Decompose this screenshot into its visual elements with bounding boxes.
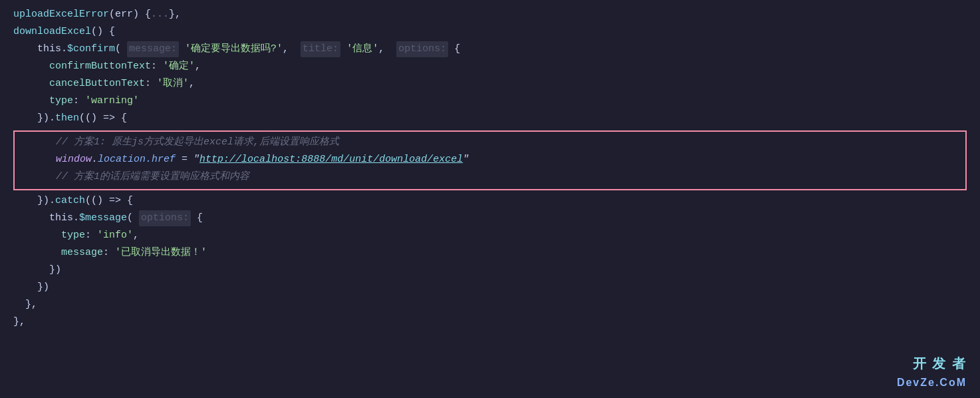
code-token: (err) { <box>109 7 151 23</box>
code-token: $confirm <box>67 41 115 57</box>
code-token: '确定要导出数据吗?' <box>185 41 283 57</box>
code-token: catch <box>55 193 85 209</box>
code-token: title: <box>301 41 340 57</box>
code-token: , <box>133 228 139 244</box>
code-token: type <box>49 93 73 109</box>
code-token: '取消' <box>157 76 189 92</box>
code-line-then: }).then(() => { <box>13 110 967 128</box>
code-token: ( <box>115 41 127 57</box>
code-token: : <box>145 76 157 92</box>
code-token: " <box>193 152 199 168</box>
code-token: , <box>189 76 195 92</box>
code-token <box>13 76 49 92</box>
watermark: 开 发 者 DevZe.CoM <box>897 353 967 391</box>
code-token: type <box>61 228 85 244</box>
code-line-location: window.location.href = "http://localhost… <box>20 152 960 169</box>
code-token <box>179 41 185 57</box>
code-line-confirm-btn: confirmButtonText: '确定', <box>13 59 967 76</box>
code-token: options: <box>396 41 448 57</box>
code-token: , <box>378 41 396 57</box>
code-token: : <box>103 245 115 261</box>
code-token: $message <box>79 210 127 226</box>
code-token: " <box>463 152 469 168</box>
watermark-line1: 开 发 者 <box>897 353 967 374</box>
code-token: , <box>195 59 201 75</box>
code-token: ( <box>127 210 139 226</box>
code-token: then <box>55 110 79 126</box>
code-token: }). <box>13 110 55 126</box>
code-token <box>20 152 56 168</box>
code-token: 'warning' <box>85 93 139 109</box>
code-token: , <box>283 41 301 57</box>
code-token: = <box>176 152 193 168</box>
code-line-catch: }).catch(() => { <box>13 193 967 210</box>
code-line-close-func: }, <box>13 297 967 314</box>
code-token: '信息' <box>346 41 378 57</box>
code-token: (() => { <box>79 110 127 126</box>
code-line-top: uploadExcelError(err) {...}, <box>13 7 967 24</box>
code-token: confirmButtonText <box>49 59 151 75</box>
code-token: message: <box>127 41 179 57</box>
code-line-message-text: message: '已取消导出数据！' <box>13 245 967 262</box>
code-line-message: this.$message( options: { <box>13 210 967 228</box>
code-line-comment2: // 方案1的话后端需要设置响应格式和内容 <box>20 169 960 186</box>
code-token <box>13 59 49 75</box>
code-token: cancelButtonText <box>49 76 145 92</box>
code-token: // 方案1的话后端需要设置响应格式和内容 <box>20 169 249 185</box>
code-token: . <box>92 152 98 168</box>
code-line-cancel-btn: cancelButtonText: '取消', <box>13 76 967 93</box>
code-line-func: downloadExcel() { <box>13 24 967 41</box>
code-editor: uploadExcelError(err) {...}, downloadExc… <box>0 0 980 338</box>
code-line-close-outer: }, <box>13 314 967 331</box>
watermark-line2: DevZe.CoM <box>897 374 967 391</box>
code-token: window <box>56 152 92 168</box>
code-line-close-message: }) <box>13 262 967 280</box>
code-line-type-warning: type: 'warning' <box>13 93 967 110</box>
code-token: // 方案1: 原生js方式发起导出excel请求,后端设置响应格式 <box>20 134 339 150</box>
code-token: }). <box>13 193 55 209</box>
code-token <box>340 41 346 57</box>
code-token <box>13 245 61 261</box>
code-token: }, <box>13 314 25 330</box>
code-line-comment1: // 方案1: 原生js方式发起导出excel请求,后端设置响应格式 <box>20 134 960 152</box>
code-token: : <box>73 93 85 109</box>
code-token: http://localhost:8888/md/unit/download/e… <box>199 152 463 168</box>
code-token: '已取消导出数据！' <box>115 245 207 261</box>
code-token: location.href <box>98 152 176 168</box>
code-line-confirm: this.$confirm( message: '确定要导出数据吗?', tit… <box>13 41 967 59</box>
code-token: { <box>191 210 203 226</box>
code-token: 'info' <box>97 228 133 244</box>
code-token: }, <box>13 297 37 313</box>
code-token: (() => { <box>85 193 133 209</box>
code-token: message <box>61 245 103 261</box>
code-line-close-catch: }) <box>13 280 967 297</box>
code-line-type-info: type: 'info', <box>13 228 967 245</box>
highlight-block: // 方案1: 原生js方式发起导出excel请求,后端设置响应格式 windo… <box>13 130 967 190</box>
code-token: : <box>85 228 97 244</box>
code-token: }) <box>13 262 61 278</box>
code-token <box>13 228 61 244</box>
code-token: ... <box>151 7 169 23</box>
code-token: }) <box>13 280 49 296</box>
code-token: uploadExcelError <box>13 7 109 23</box>
code-token: }, <box>169 7 181 23</box>
code-token: downloadExcel <box>13 24 91 40</box>
code-token <box>13 93 49 109</box>
code-token: { <box>448 41 460 57</box>
code-token: this. <box>13 210 79 226</box>
code-token: '确定' <box>163 59 195 75</box>
code-token: () { <box>91 24 115 40</box>
code-token: : <box>151 59 163 75</box>
code-token: this. <box>13 41 67 57</box>
code-token: options: <box>139 210 191 226</box>
